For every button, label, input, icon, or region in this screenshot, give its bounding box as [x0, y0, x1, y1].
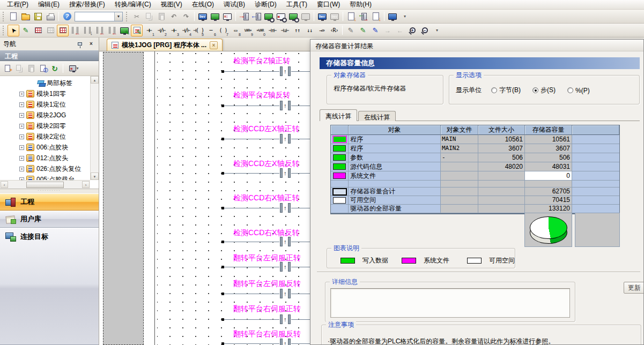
- tree-item-local-label[interactable]: 局部标签: [38, 78, 72, 88]
- copy-data-button[interactable]: [14, 63, 25, 74]
- tree-item-module1-position[interactable]: +模块1定位: [19, 99, 66, 110]
- ladder-edge-rise-parallel-button[interactable]: ↑↑: [291, 25, 303, 36]
- scroll-right-arrow[interactable]: ›: [82, 181, 90, 188]
- tree-item-module1-home[interactable]: +模块1回零: [19, 88, 66, 99]
- nav-button-connection[interactable]: 连接目标: [0, 228, 99, 345]
- rising-edge-contact[interactable]: ↑: [279, 101, 291, 110]
- zoom-out-button[interactable]: −: [419, 25, 431, 36]
- header-file[interactable]: 对象文件: [441, 125, 478, 135]
- device-monitor-button[interactable]: [209, 11, 221, 22]
- device-comment-button[interactable]: Dev: [197, 11, 209, 22]
- ladder-coil-button[interactable]: ⊣( )5: [193, 25, 204, 36]
- ladder-var-reset-button[interactable]: =VAR0: [254, 25, 266, 36]
- inline-st-button[interactable]: ✎: [131, 25, 143, 36]
- document-tab[interactable]: 模块1JOG [PRG] 程序本体 ... ×: [107, 39, 223, 51]
- open-project-button[interactable]: →: [20, 11, 32, 22]
- dialog-titlebar[interactable]: 存储器容量计算结果: [310, 40, 643, 51]
- nav-button-user-library[interactable]: 用户库: [0, 211, 99, 228]
- menu-item-find-replace[interactable]: 搜索/替换(F): [64, 0, 110, 10]
- save-project-button[interactable]: [32, 11, 44, 22]
- ladder-jump-button[interactable]: →»: [316, 25, 328, 36]
- monitor-stop-button[interactable]: ■: [275, 11, 287, 22]
- expand-toggle[interactable]: +: [19, 167, 24, 171]
- note-edit-button[interactable]: ✎: [369, 25, 381, 36]
- rising-edge-contact[interactable]: ↑: [279, 314, 291, 324]
- ladder-contact-close-parallel-button[interactable]: ⊣/⊢4: [180, 25, 192, 36]
- ladder-pointer-button[interactable]: ‹R›: [328, 25, 340, 36]
- radio-step[interactable]: 步(S): [532, 86, 556, 95]
- tab-offline-calc[interactable]: 离线计算: [320, 109, 357, 121]
- radio-percent[interactable]: %(P): [567, 87, 590, 94]
- pin-button[interactable]: [76, 40, 84, 48]
- table-row[interactable]: 程序 MAIN 10561 10561: [331, 135, 619, 144]
- paste-data-button[interactable]: [26, 63, 36, 74]
- indent-decrease-button[interactable]: ←: [394, 25, 406, 36]
- tree-item-012[interactable]: +012:点胶头: [19, 153, 68, 163]
- verify-button[interactable]: →←: [358, 11, 369, 22]
- scroll-down-arrow[interactable]: ▼: [91, 172, 99, 180]
- expand-toggle[interactable]: +: [19, 113, 24, 118]
- tab-online-calc[interactable]: 在线计算: [358, 111, 396, 121]
- rung-delete-button[interactable]: ↓: [82, 25, 93, 36]
- scroll-left-arrow[interactable]: ‹: [1, 181, 8, 188]
- panel-splitter[interactable]: ··········: [0, 189, 99, 193]
- statement-edit-button[interactable]: ✎: [357, 25, 369, 36]
- read-from-plc-button[interactable]: ←: [250, 11, 262, 22]
- tab-close-button[interactable]: ×: [210, 41, 218, 49]
- program-select-combo[interactable]: ▼: [75, 12, 123, 21]
- ladder-hline-button[interactable]: ─6: [205, 25, 217, 36]
- grid-display-2-button[interactable]: [45, 25, 56, 36]
- ladder-var-set-button[interactable]: VAR=9: [242, 25, 254, 36]
- expand-toggle[interactable]: +: [19, 145, 24, 150]
- expand-toggle[interactable]: +: [19, 124, 24, 129]
- menu-item-tools[interactable]: 工具(T): [282, 0, 312, 10]
- rung-insert-button[interactable]: ←: [69, 25, 81, 36]
- radio-byte[interactable]: 字节(B): [491, 86, 521, 95]
- monitor-mode-button[interactable]: [287, 11, 299, 22]
- ladder-edge-fall-parallel-button[interactable]: ↓↓: [304, 25, 315, 36]
- table-row[interactable]: 程序 MAIN2 3607 3607: [331, 144, 619, 153]
- device-batch-button[interactable]: H¦: [221, 11, 233, 22]
- table-summary-row[interactable]: 驱动器的全部容量 133120: [331, 205, 619, 213]
- expand-toggle[interactable]: +: [19, 156, 24, 161]
- monitor-start-button[interactable]: [263, 11, 275, 22]
- statement-batch-button[interactable]: ↓: [345, 11, 357, 22]
- rising-edge-contact[interactable]: ↑: [279, 203, 291, 213]
- new-data-button[interactable]: +: [2, 63, 13, 74]
- header-size[interactable]: 文件大小: [478, 125, 525, 135]
- tree-item-module2-jog[interactable]: +模块2JOG: [19, 110, 66, 121]
- comment-edit-button[interactable]: ✎: [345, 25, 357, 36]
- menu-item-diagnostics[interactable]: 诊断(D): [250, 0, 282, 10]
- remote-operation-button[interactable]: [387, 11, 398, 22]
- nav-button-project[interactable]: 工程: [0, 193, 99, 211]
- rising-edge-contact[interactable]: ↑: [279, 289, 291, 298]
- refresh-view-button[interactable]: ↻: [49, 63, 60, 74]
- intelligent-module-button[interactable]: Dev: [316, 11, 328, 22]
- new-file-button[interactable]: [8, 11, 19, 22]
- expand-toggle[interactable]: +: [19, 102, 24, 107]
- scroll-up-arrow[interactable]: ▲: [91, 76, 99, 84]
- device-test-button[interactable]: ✎: [119, 25, 130, 36]
- menu-item-online[interactable]: 在线(O): [187, 0, 219, 10]
- close-panel-button[interactable]: ×: [87, 40, 95, 48]
- toolbar-grip[interactable]: [126, 12, 129, 21]
- toolbar-grip[interactable]: [3, 12, 5, 21]
- toolbar-grip[interactable]: [3, 26, 5, 35]
- indent-increase-button[interactable]: →: [382, 25, 394, 36]
- toolbar-overflow-button[interactable]: ▾: [431, 25, 443, 36]
- update-button[interactable]: 更新: [624, 282, 644, 294]
- rising-edge-contact[interactable]: ↑: [279, 168, 291, 178]
- ladder-contact-close-button[interactable]: ⊣/⊢2: [156, 25, 167, 36]
- rising-edge-contact[interactable]: ↑: [279, 262, 291, 272]
- tree-vertical-scrollbar[interactable]: ▲ ▼: [90, 76, 99, 180]
- ladder-edge-fall-button[interactable]: ⊣↓⊢: [279, 25, 291, 36]
- ladder-vline-button[interactable]: ( )7: [217, 25, 229, 36]
- rising-edge-contact[interactable]: ↑: [279, 339, 291, 345]
- select-mode-button[interactable]: ➤: [8, 25, 19, 36]
- tree-item-006[interactable]: +006:点胶块: [19, 142, 68, 153]
- intelligent-module-2-button[interactable]: Dev: [329, 11, 340, 22]
- note-batch-button[interactable]: ↓: [370, 11, 382, 22]
- rising-edge-contact[interactable]: ↑: [279, 66, 291, 76]
- table-row[interactable]: 源代码信息 48020 48031: [331, 162, 619, 171]
- rising-edge-contact[interactable]: ↑: [279, 237, 291, 246]
